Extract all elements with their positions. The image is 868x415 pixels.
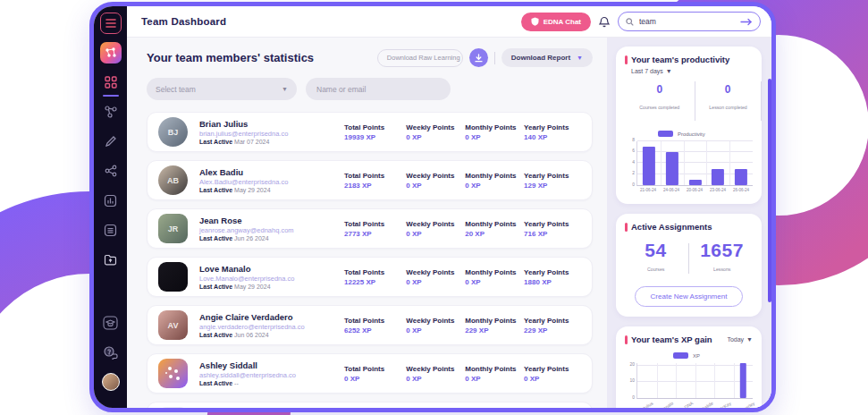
member-row[interactable]: AV Angie Claire Verdadero angie.verdader…: [147, 305, 593, 345]
nav-edit-icon[interactable]: [100, 131, 122, 152]
download-report-button[interactable]: Download Report ▼: [501, 48, 593, 67]
stat-column-label: Total Points: [344, 268, 406, 276]
member-row[interactable]: JR Jean Rose jeanrose.angway@ednahq.com …: [147, 208, 593, 249]
filter-row: Select team ▼: [147, 78, 593, 100]
member-row[interactable]: Love Manalo Love.Manalo@enterprisedna.co…: [147, 257, 593, 297]
stat-total-points: Total Points 0 XP: [344, 365, 406, 383]
member-last-active: Last Active Mar 07 2024: [199, 139, 344, 145]
x-tick-label: 24-06-24: [663, 188, 679, 192]
member-row[interactable]: BJ Brian Julius brian.julius@enterprised…: [147, 112, 593, 152]
member-list: BJ Brian Julius brian.julius@enterprised…: [147, 112, 593, 412]
member-row[interactable]: Ashley Siddall ashley.siddall@enterprise…: [147, 353, 593, 394]
productivity-period-dropdown[interactable]: Last 7 days ▼: [631, 68, 672, 74]
left-nav-rail: [94, 6, 127, 408]
stat-column-label: Monthly Points: [465, 172, 524, 180]
stat-value: 0 XP: [406, 278, 465, 286]
avatar-initials: AV: [168, 321, 179, 330]
courses-label: Courses: [647, 267, 664, 272]
nav-support-icon[interactable]: [100, 342, 122, 363]
last-active-value: Mar 07 2024: [234, 139, 269, 145]
select-team-dropdown[interactable]: Select team ▼: [147, 78, 297, 100]
bar: [688, 180, 701, 185]
stat-column-label: Yearly Points: [524, 317, 583, 325]
productivity-card: Your team's productivity Last 7 days ▼ 0…: [616, 47, 762, 204]
member-avatar-cell: [158, 407, 199, 412]
xp-gain-card-title: Your team's XP gain: [625, 335, 712, 345]
stat-value: 0 XP: [465, 278, 524, 286]
avatar-initials: JR: [168, 224, 179, 233]
last-active-value: Jun 26 2024: [234, 235, 269, 241]
lessons-value: 1657: [691, 240, 753, 261]
member-avatar-cell: [158, 359, 199, 388]
nav-list-icon[interactable]: [100, 219, 122, 241]
shield-icon: [531, 17, 539, 26]
stat-total-points: Total Points 2183 XP: [344, 172, 406, 190]
name-email-input[interactable]: [306, 78, 451, 100]
member-name: Love Manalo: [199, 264, 344, 274]
nav-network-icon[interactable]: [100, 101, 122, 123]
gridline: [661, 141, 662, 185]
member-identity: Enterprise DNA info@enterprisedna.co Las…: [199, 409, 344, 412]
xp-gain-title-row: Your team's XP gain Today ▼: [625, 335, 753, 345]
nav-reports-icon[interactable]: [100, 190, 122, 211]
last-active-value: May 29 2024: [234, 187, 270, 193]
member-avatar: [158, 407, 188, 412]
stat-column-label: Monthly Points: [465, 220, 524, 228]
right-panel-scrollbar[interactable]: [768, 79, 771, 302]
nav-share-icon[interactable]: [100, 160, 122, 182]
header-actions: EDNA Chat: [521, 12, 761, 31]
content-area: Your team members' statistics Download R…: [127, 38, 771, 408]
gridline: [734, 363, 735, 398]
stat-total-points: Total Points 19939 XP: [344, 123, 406, 141]
stat-weekly-points: Weekly Points 0 XP: [406, 172, 465, 190]
user-avatar[interactable]: [100, 371, 122, 393]
stat-value: 229 XP: [524, 326, 583, 335]
stat-column-label: Yearly Points: [524, 172, 583, 180]
last-active-label: Last Active: [199, 380, 232, 386]
productivity-stats: 0 Courses completed 0 Lesson completed 0…: [625, 81, 753, 121]
create-new-assignment-button[interactable]: Create New Assignment: [635, 286, 744, 307]
member-row[interactable]: Enterprise DNA info@enterprisedna.co Las…: [147, 402, 593, 412]
last-active-label: Last Active: [199, 235, 232, 241]
download-raw-learning-button[interactable]: Download Raw Learning D: [377, 49, 463, 67]
gridline: [695, 363, 696, 398]
stat-value: 716 XP: [524, 230, 583, 238]
stat-value: 12225 XP: [344, 278, 406, 286]
member-avatar: AV: [158, 310, 188, 340]
stat-value: 0 XP: [406, 133, 465, 141]
member-identity: Angie Claire Verdadero angie.verdadero@e…: [199, 312, 344, 338]
stat-column-label: Weekly Points: [406, 172, 465, 180]
y-axis-labels: 01020: [625, 363, 636, 399]
nav-dashboard-icon[interactable]: [100, 72, 122, 93]
lessons-label: Lessons: [713, 267, 730, 272]
edna-chat-label: EDNA Chat: [544, 18, 581, 26]
search-submit-arrow-icon[interactable]: [740, 18, 753, 26]
search-box: [618, 12, 761, 31]
member-avatar: [158, 359, 188, 388]
stat-column-label: Yearly Points: [524, 220, 583, 228]
productivity-legend: Productivity: [625, 130, 753, 139]
stat-yearly-points: Yearly Points 1880 XP: [524, 268, 583, 286]
stat-value: 129 XP: [524, 182, 583, 190]
download-icon-button[interactable]: [469, 48, 488, 67]
stat-label: Lesson completed: [709, 105, 746, 110]
nav-folder-icon[interactable]: [100, 249, 122, 270]
search-input[interactable]: [639, 17, 735, 26]
main-section: Your team members' statistics Download R…: [127, 38, 607, 408]
stat-total-points: Total Points 12225 XP: [344, 268, 406, 286]
nav-learning-icon[interactable]: [100, 312, 122, 334]
notifications-bell-icon[interactable]: [599, 16, 610, 28]
edna-logo-icon[interactable]: [100, 42, 122, 64]
member-name: Ashley Siddall: [199, 360, 344, 370]
member-row[interactable]: AB Alex Badiu Alex.Badiu@enterprisedna.c…: [147, 160, 593, 200]
stat-weekly-points: Weekly Points 0 XP: [406, 317, 465, 335]
xp-period-dropdown[interactable]: Today ▼: [727, 336, 753, 343]
last-active-value: Jun 06 2024: [234, 332, 269, 338]
stat-label: Courses completed: [639, 105, 679, 110]
x-tick-label: 26-06-24: [733, 188, 749, 192]
x-tick-label: 21-06-24: [640, 188, 656, 192]
member-email: jeanrose.angway@ednahq.com: [199, 226, 344, 234]
stat-weekly-points: Weekly Points 0 XP: [406, 365, 465, 383]
edna-chat-button[interactable]: EDNA Chat: [521, 13, 591, 31]
menu-icon[interactable]: [100, 13, 122, 34]
